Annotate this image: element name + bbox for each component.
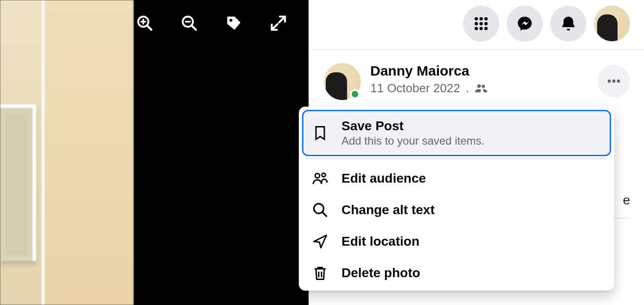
post-date: 11 October 2022: [370, 81, 460, 95]
people-icon: [312, 170, 328, 187]
menu-item-title: Change alt text: [341, 203, 435, 217]
side-panel: Danny Maiorca 11 October 2022 . Save Pos…: [309, 0, 644, 305]
svg-point-21: [322, 173, 326, 177]
bookmark-icon: [312, 125, 328, 141]
menu-item-title: Delete photo: [341, 266, 420, 280]
svg-point-8: [475, 17, 478, 20]
fullscreen-button[interactable]: [268, 13, 289, 33]
svg-point-19: [617, 80, 620, 83]
photo: [0, 0, 134, 305]
svg-point-9: [479, 17, 483, 20]
meta-separator: .: [466, 81, 469, 95]
post-meta: 11 October 2022 .: [370, 81, 488, 95]
svg-point-16: [484, 27, 488, 30]
svg-point-20: [315, 173, 320, 178]
zoom-out-button[interactable]: [179, 13, 200, 33]
svg-point-12: [479, 22, 483, 25]
menu-item-subtitle: Add this to your saved items.: [341, 134, 484, 147]
svg-point-17: [608, 80, 611, 83]
messenger-icon: [516, 15, 533, 32]
zoom-in-icon: [136, 14, 154, 32]
menu-item-title: Edit location: [341, 234, 419, 249]
svg-point-13: [484, 22, 488, 25]
svg-line-1: [147, 25, 152, 30]
menu-grid-icon: [473, 15, 489, 32]
svg-line-5: [192, 25, 196, 30]
photo-viewer: [0, 0, 309, 305]
menu-item-change-alt-text[interactable]: Change alt text: [303, 194, 610, 226]
svg-point-10: [484, 17, 488, 20]
svg-point-18: [612, 80, 616, 83]
svg-line-23: [322, 212, 327, 216]
top-nav: [463, 6, 630, 42]
menu-grid-button[interactable]: [463, 6, 499, 42]
messenger-button[interactable]: [507, 6, 543, 42]
fullscreen-icon: [270, 14, 287, 32]
profile-avatar-button[interactable]: [594, 6, 630, 42]
tag-button[interactable]: [224, 13, 244, 33]
svg-point-15: [479, 27, 483, 30]
menu-item-save-post[interactable]: Save Post Add this to your saved items.: [303, 111, 610, 155]
post-avatar[interactable]: [324, 63, 361, 100]
viewer-toolbar: [135, 13, 289, 33]
menu-item-edit-location[interactable]: Edit location: [303, 226, 610, 257]
zoom-in-button[interactable]: [135, 13, 155, 33]
header-divider: [309, 49, 644, 50]
svg-point-7: [230, 19, 232, 22]
more-horizontal-icon: [606, 73, 622, 89]
bell-icon: [560, 15, 577, 32]
post-author[interactable]: Danny Maiorca: [370, 63, 488, 78]
svg-point-11: [475, 22, 478, 25]
truncated-text: e: [623, 193, 630, 208]
search-icon: [312, 202, 328, 218]
online-indicator: [350, 89, 360, 99]
zoom-out-icon: [180, 14, 198, 32]
trash-icon: [312, 265, 328, 281]
menu-item-delete-photo[interactable]: Delete photo: [303, 257, 610, 289]
notifications-button[interactable]: [550, 6, 586, 42]
post-options-button[interactable]: [598, 65, 630, 97]
post-header: Danny Maiorca 11 October 2022 .: [324, 63, 488, 100]
menu-item-edit-audience[interactable]: Edit audience: [303, 163, 610, 194]
friends-icon: [475, 82, 488, 95]
menu-separator: [306, 159, 607, 159]
post-options-menu: Save Post Add this to your saved items. …: [299, 107, 614, 291]
svg-point-14: [475, 27, 478, 30]
navigate-icon: [312, 233, 328, 250]
tag-icon: [225, 14, 243, 32]
menu-item-title: Save Post: [341, 119, 484, 133]
menu-item-title: Edit audience: [341, 171, 426, 186]
